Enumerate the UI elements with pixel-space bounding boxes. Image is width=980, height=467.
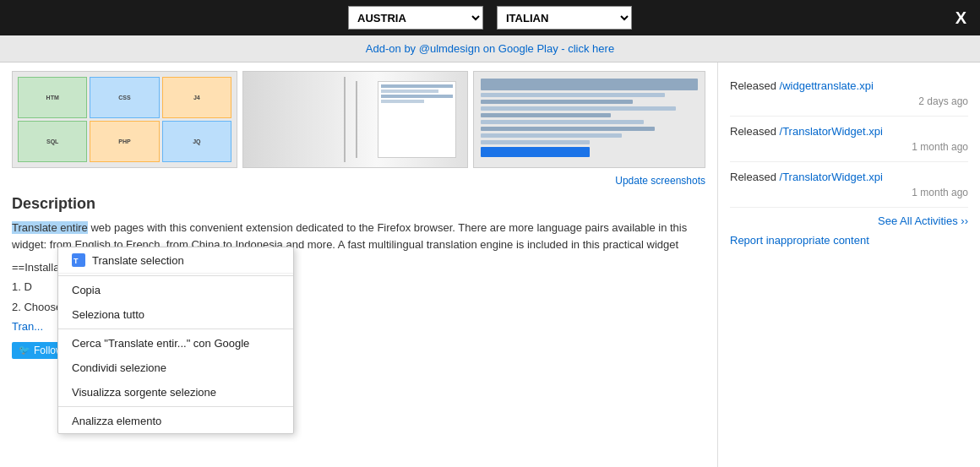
inspect-label: Analizza elemento: [72, 415, 161, 427]
translate-link[interactable]: Tran...: [12, 320, 43, 333]
activity-item-3: Released /TranslatorWidget.xpi 1 month a…: [730, 162, 968, 208]
release-link-3[interactable]: /TranslatorWidget.xpi: [780, 171, 883, 183]
context-menu-inspect[interactable]: Analizza elemento: [58, 409, 293, 433]
icon-cell-html: HTM: [18, 77, 87, 118]
activity-item-1: Released /widgettranslate.xpi 2 days ago: [730, 71, 968, 117]
screenshots-row: HTM CSS J4 SQL PHP JQ: [12, 71, 705, 168]
view-source-label: Visualizza sorgente selezione: [72, 386, 216, 399]
context-menu-copy[interactable]: Copia: [58, 278, 293, 302]
icon-cell-php: PHP: [90, 121, 159, 162]
context-menu-view-source[interactable]: Visualizza sorgente selezione: [58, 380, 293, 405]
screenshot-thumb-2[interactable]: [242, 71, 468, 168]
icons-grid: HTM CSS J4 SQL PHP JQ: [13, 72, 237, 167]
context-menu-separator-3: [58, 406, 293, 407]
screenshot-thumb-3[interactable]: [473, 71, 705, 168]
addon-link[interactable]: Add-on by @ulmdesign on Google Play - cl…: [366, 42, 614, 55]
context-menu-separator-2: [58, 329, 293, 329]
context-menu-share[interactable]: Condividi selezione: [58, 356, 293, 380]
time-ago-2: 1 month ago: [730, 141, 968, 153]
activity-item-2: Released /TranslatorWidget.xpi 1 month a…: [730, 117, 968, 162]
main-content: HTM CSS J4 SQL PHP JQ: [0, 62, 980, 467]
icon-cell-css: CSS: [90, 77, 159, 118]
see-all-activities-link[interactable]: See All Activities ››: [730, 208, 968, 234]
translate-icon: T: [72, 253, 85, 267]
update-screenshots-link[interactable]: Update screenshots: [12, 175, 705, 187]
icon-cell-jq: JQ: [162, 121, 231, 162]
context-menu-search-google[interactable]: Cerca "Translate entir..." con Google: [58, 331, 293, 356]
select-all-label: Seleziona tutto: [72, 308, 144, 321]
language-select[interactable]: ITALIAN ENGLISH GERMAN FRENCH SPANISH: [497, 6, 632, 30]
addon-bar: Add-on by @ulmdesign on Google Play - cl…: [0, 35, 980, 62]
time-ago-3: 1 month ago: [730, 187, 968, 198]
search-google-label: Cerca "Translate entir..." con Google: [72, 337, 249, 350]
close-button[interactable]: X: [956, 8, 966, 28]
release-text-1: Released /widgettranslate.xpi: [730, 79, 968, 92]
highlighted-text: Translate entire: [12, 221, 88, 234]
release-link-2[interactable]: /TranslatorWidget.xpi: [780, 125, 883, 138]
svg-text:T: T: [74, 257, 79, 265]
release-link-1[interactable]: /widgettranslate.xpi: [780, 79, 874, 92]
context-menu-separator-1: [58, 275, 293, 276]
icon-cell-js: J4: [162, 77, 231, 118]
translate-selection-label: Translate selection: [92, 254, 184, 267]
context-menu-select-all[interactable]: Seleziona tutto: [58, 302, 293, 327]
top-bar: AUSTRIA GERMANY FRANCE ITALY SPAIN ITALI…: [0, 0, 980, 35]
context-menu: T Translate selection Copia Seleziona tu…: [57, 247, 294, 434]
left-panel: HTM CSS J4 SQL PHP JQ: [0, 62, 718, 467]
country-select[interactable]: AUSTRIA GERMANY FRANCE ITALY SPAIN: [348, 6, 483, 30]
release-text-3: Released /TranslatorWidget.xpi: [730, 171, 968, 183]
time-ago-1: 2 days ago: [730, 95, 968, 107]
description-title: Description: [12, 195, 705, 213]
report-inappropriate-link[interactable]: Report inappropriate content: [730, 234, 869, 247]
icon-cell-sql: SQL: [18, 121, 87, 162]
right-panel: Released /widgettranslate.xpi 2 days ago…: [718, 62, 980, 467]
release-text-2: Released /TranslatorWidget.xpi: [730, 125, 968, 138]
context-menu-translate[interactable]: T Translate selection: [58, 247, 293, 274]
share-label: Condividi selezione: [72, 361, 166, 374]
copy-label: Copia: [72, 284, 101, 296]
screenshot-thumb-1[interactable]: HTM CSS J4 SQL PHP JQ: [12, 71, 237, 168]
twitter-icon: 🐦: [19, 345, 30, 356]
